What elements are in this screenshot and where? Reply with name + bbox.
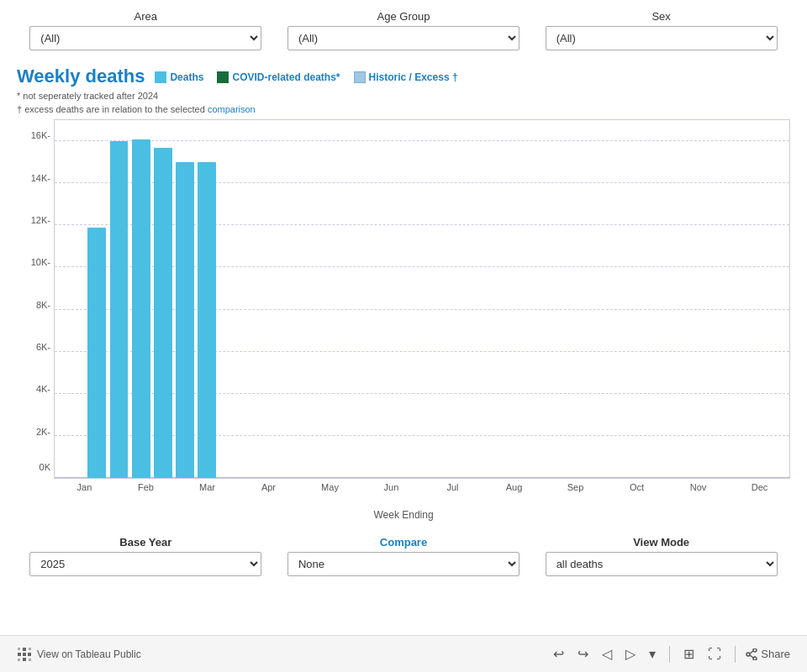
y-label-16k: 16K- [31,130,50,140]
svg-rect-3 [23,658,26,661]
x-label-dec: Dec [752,482,768,492]
bar-3[interactable] [154,148,172,478]
svg-rect-7 [18,659,20,661]
svg-line-13 [750,655,753,658]
svg-point-11 [746,653,750,656]
chart-title: Weekly deaths [17,66,145,87]
covid-legend-box [217,71,229,83]
x-axis-title: Week Ending [17,509,790,521]
sex-select[interactable]: (All) [546,26,778,50]
tableau-public-label[interactable]: View on Tableau Public [37,648,141,660]
svg-rect-2 [28,653,31,656]
svg-rect-4 [23,653,26,656]
bar-4[interactable] [176,162,194,478]
y-label-14k: 14K- [31,173,50,183]
sex-filter-group: Sex (All) [546,10,778,50]
area-select[interactable]: (All) [29,26,261,50]
chart-area-wrapper: 16K- 14K- 12K- 10K- 8K- 6K- 4K- 2K- 0K [17,119,790,506]
svg-rect-1 [18,653,21,656]
footer-left: View on Tableau Public [17,647,141,662]
base-year-label: Base Year [119,536,171,549]
dropdown-button[interactable]: ▾ [646,643,659,665]
view-mode-group: View Mode all deaths [546,536,778,576]
share-label: Share [761,648,790,660]
title-legend-row: Weekly deaths Deaths COVID-related death… [17,66,790,89]
fullscreen-button[interactable]: ⛶ [704,643,725,665]
svg-rect-5 [18,648,20,650]
area-filter-label: Area [134,10,157,23]
x-label-sep: Sep [567,482,584,492]
x-label-aug: Aug [506,482,523,492]
bars-container [55,120,789,478]
svg-rect-0 [23,648,26,651]
undo-button[interactable]: ↩ [550,643,567,665]
redo-button[interactable]: ↪ [574,643,592,665]
forward-button[interactable]: ▷ [622,643,639,665]
top-filters-container: Area (All) Age Group (All) Sex (All) [0,0,807,57]
bar-0[interactable] [87,228,106,478]
sex-filter-label: Sex [651,10,670,23]
x-label-nov: Nov [690,482,707,492]
svg-line-12 [750,651,753,654]
footer-right: ↩ ↪ ◁ ▷ ▾ ⊞ ⛶ Share [550,643,790,665]
x-label-feb: Feb [138,482,154,492]
share-button[interactable]: Share [746,648,790,660]
svg-point-10 [753,657,757,660]
view-mode-select[interactable]: all deaths [546,552,778,576]
x-label-may: May [321,482,339,492]
layout-button[interactable]: ⊞ [680,643,698,665]
x-label-jan: Jan [77,482,92,492]
age-group-select[interactable]: (All) [287,26,520,50]
footer-divider [669,646,670,663]
bar-5[interactable] [198,162,216,478]
plot-area [54,119,790,479]
y-label-6k: 6K- [36,342,50,352]
compare-select[interactable]: None [287,552,520,576]
comparison-link[interactable]: comparison [208,104,256,114]
age-group-filter-label: Age Group [377,10,430,23]
svg-rect-8 [29,659,31,661]
svg-rect-6 [29,648,31,650]
covid-legend-label: COVID-related deaths* [232,71,340,83]
footer-bar: View on Tableau Public ↩ ↪ ◁ ▷ ▾ ⊞ ⛶ Sha… [0,635,807,672]
historic-legend-box [354,71,366,83]
compare-group: Compare None [287,536,520,576]
x-label-mar: Mar [199,482,215,492]
deaths-legend-label: Deaths [170,71,203,83]
footer-divider-2 [735,646,736,663]
y-label-4k: 4K- [36,384,50,394]
y-label-2k: 2K- [36,427,50,437]
age-group-filter-group: Age Group (All) [287,10,520,50]
chart-legend: Deaths COVID-related deaths* Historic / … [155,71,457,83]
x-label-jun: Jun [384,482,399,492]
bottom-filters-container: Base Year 2025 Compare None View Mode al… [0,528,807,585]
back-button[interactable]: ◁ [599,643,615,665]
bar-2[interactable] [132,139,150,478]
chart-footnote: † excess deaths are in relation to the s… [17,104,790,114]
x-label-jul: Jul [446,482,458,492]
share-icon [746,648,757,660]
base-year-group: Base Year 2025 [29,536,261,576]
chart-note: * not seperately tracked after 2024 [17,91,790,101]
view-mode-label: View Mode [633,536,689,549]
y-label-0k: 0K [40,462,50,472]
x-label-apr: Apr [261,482,276,492]
deaths-legend-box [155,71,166,83]
x-label-oct: Oct [630,482,644,492]
legend-historic: Historic / Excess † [354,71,458,83]
compare-label: Compare [380,536,427,549]
svg-point-9 [753,648,757,652]
bar-1[interactable] [110,141,129,478]
y-label-12k: 12K- [31,215,50,225]
tableau-icon [17,647,32,662]
historic-legend-label: Historic / Excess † [369,71,458,83]
area-filter-group: Area (All) [29,10,261,50]
legend-covid: COVID-related deaths* [217,71,340,83]
y-label-10k: 10K- [31,257,50,267]
chart-container: Weekly deaths Deaths COVID-related death… [0,57,807,521]
legend-deaths: Deaths [155,71,203,83]
y-axis: 16K- 14K- 12K- 10K- 8K- 6K- 4K- 2K- 0K [17,119,54,479]
base-year-select[interactable]: 2025 [29,552,261,576]
y-label-8k: 8K- [36,300,50,310]
x-axis: Jan Feb Mar Apr May Jun Jul Aug Sep Oct … [54,482,790,506]
